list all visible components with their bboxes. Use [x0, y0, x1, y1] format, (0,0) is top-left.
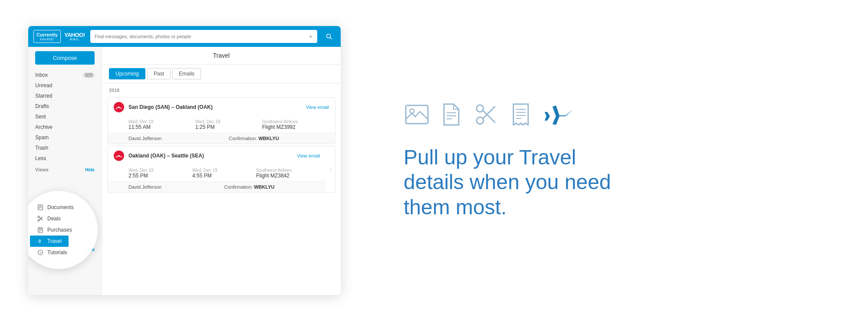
flight-2-dep-time: 2:55 PM: [128, 173, 192, 179]
flight-2-dep-date: Wed, Dec 19: [128, 168, 192, 173]
starred-label: Starred: [35, 93, 95, 99]
flight-1-arr-date-col: Wed, Dec 19 1:25 PM: [195, 119, 262, 130]
flight-card-1-header: San Diego (SAN) – Oakland (OAK) View ema…: [108, 98, 335, 117]
tab-past[interactable]: Past: [147, 68, 171, 79]
svg-text:?: ?: [39, 251, 42, 255]
dropdown-arrow-icon[interactable]: ▼: [309, 34, 313, 39]
flight-card-2: Oakland (OAK) – Seattle (SEA) View email…: [107, 146, 335, 193]
inbox-label: Inbox: [35, 72, 83, 78]
sidebar-item-documents[interactable]: Documents: [30, 202, 81, 213]
flight-2-details: Wed, Dec 19 2:55 PM Wed, Dec 19 4:55 PM …: [108, 165, 326, 181]
flights-list: 2018 San Diego (SAN: [102, 83, 341, 295]
drafts-label: Drafts: [35, 103, 95, 109]
views-section-header: Views Hide: [28, 164, 102, 174]
sidebar-item-less[interactable]: Less: [28, 153, 102, 164]
flight-2-passenger: David Jefferson: [128, 184, 224, 190]
flight-1-route: San Diego (SAN) – Oakland (OAK): [128, 104, 213, 110]
compose-button[interactable]: Compose: [35, 51, 95, 65]
tab-emails[interactable]: Emails: [172, 68, 201, 79]
sidebar-item-starred[interactable]: Starred: [28, 91, 102, 101]
flight-2-arr-date: Wed, Dec 19: [192, 168, 256, 173]
purchases-label: Purchases: [47, 227, 72, 233]
flight-1-flight-no: Flight MZ3992: [262, 124, 329, 130]
flight-1-dep-time: 11:55 AM: [128, 124, 195, 130]
flight-1-conf-code: WBKLYU: [258, 136, 279, 141]
flight-1-airline-col: Southwest Airlines Flight MZ3992: [262, 119, 329, 130]
flight-1-passenger: David Jefferson: [128, 136, 229, 141]
flight-card-1: San Diego (SAN) – Oakland (OAK) View ema…: [107, 97, 335, 144]
tab-upcoming[interactable]: Upcoming: [109, 68, 145, 79]
trash-label: Trash: [35, 145, 95, 151]
tagline: Pull up your Travel details when you nee…: [404, 145, 629, 220]
sidebar-item-trash[interactable]: Trash: [28, 143, 102, 153]
archive-label: Archive: [35, 124, 95, 130]
email-header-title: Travel: [102, 47, 341, 65]
flight-1-dep-date-label: Wed, Dec 19: [128, 119, 195, 124]
right-panel: Pull up your Travel details when you nee…: [369, 0, 868, 321]
main-area: Compose Inbox 509 Unread Starred Drafts …: [28, 47, 341, 295]
travel-feature-icon: [542, 102, 577, 128]
sidebar-item-travel[interactable]: Travel: [30, 236, 69, 247]
unread-label: Unread: [35, 82, 95, 88]
from-att-text: from AT&T: [36, 38, 58, 41]
travel-plane-icon: [37, 238, 44, 245]
search-button[interactable]: [322, 30, 335, 43]
flight-2-airline: Southwest Airlines: [256, 168, 320, 173]
flight-2-conf-code: WBKLYU: [254, 184, 274, 190]
currently-text: Currently: [36, 32, 58, 37]
receipt-feature-icon: [508, 102, 534, 128]
topbar: Currently from AT&T YAHOO! MAIL ▼: [28, 26, 341, 47]
logo-area: Currently from AT&T YAHOO! MAIL: [33, 30, 85, 43]
southwest-logo-2: [114, 151, 124, 161]
mail-text: MAIL: [69, 37, 79, 41]
flight-1-dep-date-col: Wed, Dec 19 11:55 AM: [128, 119, 195, 130]
sidebar-item-deals[interactable]: Deals: [30, 213, 68, 224]
svg-point-19: [410, 109, 414, 113]
svg-point-6: [38, 216, 39, 218]
currently-logo: Currently from AT&T: [33, 30, 61, 43]
flight-1-footer: David Jefferson Confirmation: WBKLYU: [108, 133, 335, 144]
flight-2-view-email[interactable]: View email: [297, 153, 320, 158]
flight-2-confirmation: Confirmation: WBKLYU: [224, 184, 320, 190]
sidebar-item-sent[interactable]: Sent: [28, 111, 102, 122]
svg-line-1: [330, 38, 332, 39]
sidebar-item-unread[interactable]: Unread: [28, 80, 102, 91]
document-feature-icon: [438, 102, 464, 128]
tutorials-label: Tutorials: [47, 249, 67, 255]
flight-2-route: Oakland (OAK) – Seattle (SEA): [128, 153, 204, 159]
document-icon: [37, 204, 44, 211]
flight-1-view-email[interactable]: View email: [306, 105, 329, 110]
sidebar-item-tutorials[interactable]: ? Tutorials: [30, 247, 74, 258]
search-bar[interactable]: ▼: [90, 30, 317, 43]
svg-line-8: [39, 217, 43, 220]
sidebar-item-spam[interactable]: Spam: [28, 132, 102, 143]
flight-card-2-inner: Oakland (OAK) – Seattle (SEA) View email…: [108, 146, 335, 192]
views-hide-link[interactable]: Hide: [85, 167, 95, 172]
inbox-badge: 509: [83, 72, 95, 78]
southwest-logo-1: [114, 102, 124, 112]
flight-2-dep-date-col: Wed, Dec 19 2:55 PM: [128, 168, 192, 179]
scissors-icon: [37, 215, 44, 222]
search-input[interactable]: [95, 34, 305, 39]
email-content: Travel Upcoming Past Emails 2018: [102, 47, 341, 295]
flight-2-arr-date-col: Wed, Dec 19 4:55 PM: [192, 168, 256, 179]
sidebar-item-archive[interactable]: Archive: [28, 122, 102, 132]
deals-label: Deals: [47, 216, 61, 222]
flight-2-flight-no: Flight MZ3842: [256, 173, 320, 179]
flight-1-conf-label: Confirmation:: [229, 136, 257, 141]
photo-feature-icon: [404, 102, 430, 128]
sidebar-item-inbox[interactable]: Inbox 509: [28, 70, 102, 80]
flight-2-conf-label: Confirmation:: [224, 184, 253, 190]
card-arrow-icon[interactable]: ›: [326, 146, 335, 192]
flight-2-info: Oakland (OAK) – Seattle (SEA): [114, 151, 204, 161]
sidebar-item-drafts[interactable]: Drafts: [28, 101, 102, 111]
flight-1-info: San Diego (SAN) – Oakland (OAK): [114, 102, 213, 112]
documents-label: Documents: [47, 204, 74, 210]
sidebar: Compose Inbox 509 Unread Starred Drafts …: [28, 47, 102, 295]
email-window: Currently from AT&T YAHOO! MAIL ▼: [28, 26, 341, 295]
flight-card-2-header: Oakland (OAK) – Seattle (SEA) View email: [108, 146, 326, 165]
sidebar-item-purchases[interactable]: Purchases: [30, 224, 79, 236]
spam-label: Spam: [35, 134, 95, 141]
flight-2-airline-col: Southwest Airlines Flight MZ3842: [256, 168, 320, 179]
purchases-icon: [37, 226, 44, 233]
